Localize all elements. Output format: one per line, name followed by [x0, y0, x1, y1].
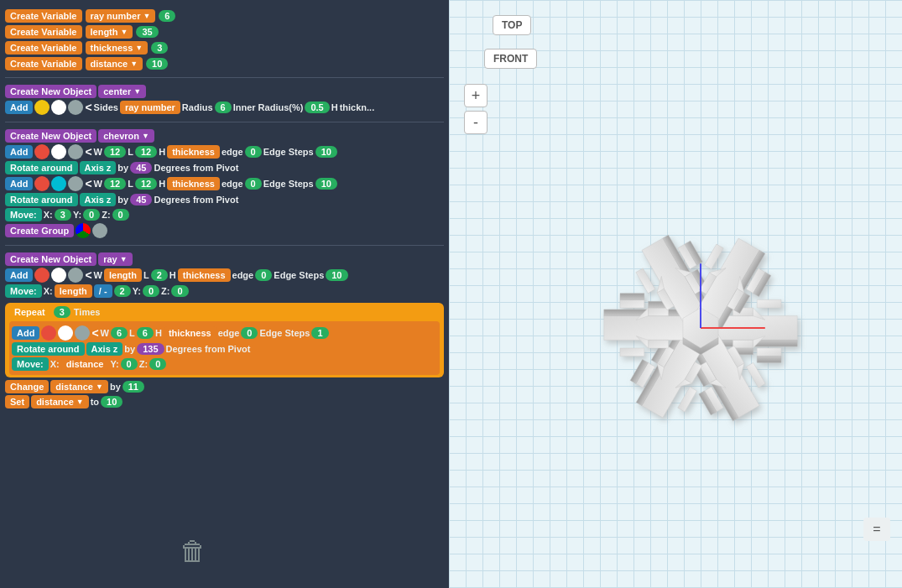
- chevron-white-circle-1: [51, 144, 66, 159]
- chevron-add-1[interactable]: Add: [5, 145, 33, 159]
- thickness-var-chevron-1[interactable]: thickness: [167, 145, 220, 159]
- chevron-section: Create New Object chevron ▼ Add < W 12 L…: [5, 129, 444, 238]
- repeat-section: Repeat 3 Times Add < W 6 L 6 H: [5, 303, 444, 408]
- repeat-axis-z[interactable]: Axis z: [86, 342, 123, 356]
- equals-button[interactable]: =: [863, 518, 890, 541]
- distance-var-change[interactable]: distance ▼: [50, 380, 108, 393]
- ray-object-name[interactable]: ray ▼: [98, 252, 132, 266]
- rotate-block-1[interactable]: Rotate around: [5, 161, 78, 174]
- var-row-ray-number[interactable]: Create Variable ray number ▼ 6: [5, 9, 444, 23]
- center-header-row[interactable]: Create New Object center ▼: [5, 85, 444, 98]
- change-distance-row[interactable]: Change distance ▼ by 11: [5, 380, 444, 393]
- var-row-thickness[interactable]: Create Variable thickness ▼ 3: [5, 41, 444, 55]
- chevron-add-row-1[interactable]: Add < W 12 L 12 H thickness edge 0 Edge …: [5, 144, 444, 159]
- trash-icon[interactable]: 🗑: [176, 531, 210, 571]
- repeat-add-row[interactable]: Add < W 6 L 6 H thickness edge 0 Edge St…: [12, 325, 437, 341]
- repeat-move-row[interactable]: Move: X: distance Y: 0 Z: 0: [12, 357, 437, 371]
- chevron-move-row[interactable]: Move: X: 3 Y: 0 Z: 0: [5, 208, 444, 221]
- distance-var[interactable]: distance ▼: [86, 57, 143, 70]
- var-row-length[interactable]: Create Variable length ▼ 35: [5, 25, 444, 39]
- h-label-center: H: [331, 102, 338, 112]
- thickness-var[interactable]: thickness ▼: [86, 41, 149, 55]
- rotate-block-2[interactable]: Rotate around: [5, 193, 78, 206]
- chevron-object-name[interactable]: chevron ▼: [98, 129, 154, 143]
- center-white-circle: [51, 100, 66, 115]
- axis-z-var-2[interactable]: Axis z: [80, 193, 117, 206]
- chevron-create-group-row[interactable]: Create Group: [5, 223, 444, 238]
- repeat-rotate-block[interactable]: Rotate around: [12, 342, 85, 356]
- svg-marker-9: [757, 356, 781, 362]
- variables-section: Create Variable ray number ▼ 6 Create Va…: [5, 9, 444, 70]
- axis-z-var-1[interactable]: Axis z: [80, 161, 117, 174]
- svg-marker-8: [757, 348, 781, 356]
- create-variable-block-2[interactable]: Create Variable: [5, 25, 82, 39]
- svg-marker-27: [678, 387, 697, 412]
- chevron-rotate-row-1[interactable]: Rotate around Axis z by 45 Degrees from …: [5, 161, 444, 174]
- create-variable-block-1[interactable]: Create Variable: [5, 9, 82, 23]
- distance-value[interactable]: 10: [146, 58, 168, 70]
- thickness-var-repeat[interactable]: thickness: [164, 326, 216, 340]
- svg-marker-38: [620, 299, 644, 308]
- create-variable-block-3[interactable]: Create Variable: [5, 41, 82, 55]
- group-gray-circle: [92, 223, 107, 238]
- repeat-times-value[interactable]: 3: [54, 306, 70, 318]
- ray-add-block[interactable]: Add: [5, 268, 33, 282]
- inner-radius-value[interactable]: 0.5: [305, 101, 329, 113]
- ray-add-row[interactable]: Add < W length L 2 H thickness edge 0 Ed…: [5, 268, 444, 283]
- viewport[interactable]: TOP FRONT + - =: [449, 0, 902, 588]
- chevron-rotate-row-2[interactable]: Rotate around Axis z by 45 Degrees from …: [5, 193, 444, 206]
- length-var-ray[interactable]: length: [104, 268, 142, 282]
- length-value[interactable]: 35: [136, 26, 158, 38]
- length-var-move[interactable]: length: [55, 284, 92, 298]
- zoom-in-button[interactable]: +: [464, 84, 487, 107]
- code-panel[interactable]: Create Variable ray number ▼ 6 Create Va…: [0, 0, 449, 588]
- svg-marker-39: [620, 293, 644, 299]
- create-object-chevron-block[interactable]: Create New Object: [5, 129, 96, 143]
- create-object-ray-block[interactable]: Create New Object: [5, 252, 96, 266]
- ray-move-block[interactable]: Move:: [5, 284, 42, 298]
- ray-number-var[interactable]: ray number ▼: [86, 9, 156, 23]
- front-label: FRONT: [484, 49, 537, 69]
- distance-var-set[interactable]: distance ▼: [31, 395, 89, 408]
- center-gray-circle: [68, 100, 83, 115]
- repeat-rotate-row[interactable]: Rotate around Axis z by 135 Degrees from…: [12, 342, 437, 356]
- ray-move-row[interactable]: Move: X: length / - 2 Y: 0 Z: 0: [5, 284, 444, 298]
- ray-number-var-2[interactable]: ray number: [120, 101, 180, 114]
- create-group-block[interactable]: Create Group: [5, 224, 74, 237]
- ray-header-row[interactable]: Create New Object ray ▼: [5, 252, 444, 266]
- chevron-add-row-2[interactable]: Add < W 12 L 12 H thickness edge 0 Edge …: [5, 176, 444, 191]
- svg-marker-34: [649, 308, 669, 316]
- div-op[interactable]: / -: [94, 284, 112, 298]
- zoom-out-button[interactable]: -: [464, 111, 487, 134]
- repeat-move-block[interactable]: Move:: [12, 357, 49, 371]
- svg-marker-7: [757, 299, 781, 308]
- create-variable-block-4[interactable]: Create Variable: [5, 57, 82, 70]
- chevron-header-row[interactable]: Create New Object chevron ▼: [5, 129, 444, 143]
- chevron-move-block[interactable]: Move:: [5, 208, 42, 221]
- thickness-var-ray[interactable]: thickness: [178, 268, 231, 282]
- thickness-value[interactable]: 3: [151, 42, 168, 54]
- center-add-row[interactable]: Add < Sides ray number Radius 6 Inner Ra…: [5, 100, 444, 115]
- length-var[interactable]: length ▼: [86, 25, 133, 39]
- svg-marker-4: [733, 340, 753, 348]
- repeat-add-block[interactable]: Add: [12, 326, 39, 340]
- thickness-label-center: thickn...: [340, 102, 375, 112]
- var-row-distance[interactable]: Create Variable distance ▼ 10: [5, 57, 444, 70]
- set-block[interactable]: Set: [5, 395, 29, 408]
- repeat-header[interactable]: Repeat 3 Times: [9, 305, 440, 319]
- repeat-block[interactable]: Repeat: [9, 305, 50, 319]
- change-block[interactable]: Change: [5, 380, 49, 393]
- center-add-block[interactable]: Add: [5, 101, 33, 114]
- distance-var-move[interactable]: distance: [61, 357, 109, 371]
- ray-white-circle: [51, 268, 66, 283]
- thickness-var-chevron-2[interactable]: thickness: [167, 177, 220, 190]
- create-object-center-block[interactable]: Create New Object: [5, 85, 96, 98]
- radius-value[interactable]: 6: [215, 101, 232, 113]
- radius-label: Radius: [182, 102, 213, 112]
- chevron-add-2[interactable]: Add: [5, 177, 33, 190]
- ray-gray-circle: [68, 268, 83, 283]
- set-distance-row[interactable]: Set distance ▼ to 10: [5, 395, 444, 408]
- repeat-red-circle: [41, 325, 56, 341]
- center-object-name[interactable]: center ▼: [98, 85, 146, 98]
- ray-number-value[interactable]: 6: [159, 10, 175, 22]
